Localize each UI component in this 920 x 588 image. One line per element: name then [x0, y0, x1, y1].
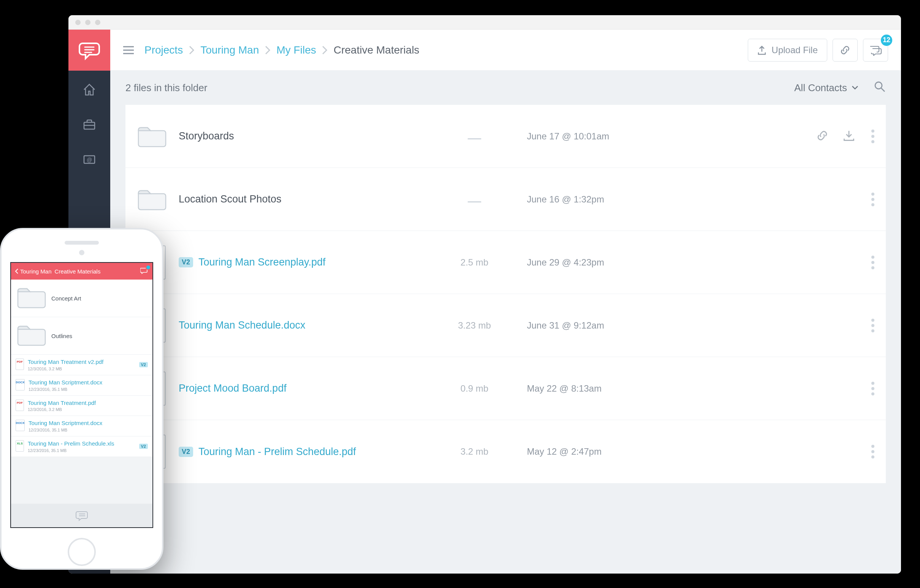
folder-summary: 2 files in this folder: [125, 82, 207, 94]
row-download-button[interactable]: [842, 129, 855, 144]
phone-row[interactable]: PDF Touring Man Treatment v2.pdf 12/3/20…: [11, 355, 152, 375]
phone-row[interactable]: PDF Touring Man Treatment.pdf 12/3/2016,…: [11, 396, 152, 416]
window-minimize-icon[interactable]: [85, 20, 91, 25]
phone-file-meta: 12/23/2016, 35.1 MB: [29, 428, 148, 432]
more-menu-button[interactable]: [869, 380, 877, 398]
filter-dropdown[interactable]: All Contacts: [794, 82, 858, 94]
folder-name: Location Scout Photos: [179, 193, 281, 205]
breadcrumb-link[interactable]: Touring Man: [200, 44, 259, 56]
file-actions: [674, 380, 877, 398]
file-row[interactable]: StoryboardsJune 17 @ 10:01am: [125, 105, 886, 168]
phone-back-label: Touring Man: [20, 268, 52, 275]
breadcrumb-link[interactable]: Projects: [144, 44, 183, 56]
phone-file-icon: PDF: [16, 359, 24, 370]
chat-button[interactable]: 12: [863, 39, 888, 61]
home-icon: [82, 82, 97, 97]
file-date: June 16 @ 1:32pm: [527, 194, 664, 205]
upload-icon: [757, 45, 766, 55]
phone-version-badge: V2: [139, 362, 148, 367]
phone-file-link[interactable]: Touring Man Treatment v2.pdf: [28, 359, 139, 366]
svg-line-11: [881, 88, 884, 92]
phone-file-meta: 12/23/2016, 35.1 MB: [28, 448, 139, 453]
breadcrumb-current: Creative Materials: [334, 44, 420, 56]
chat-bubble-icon[interactable]: [75, 510, 88, 521]
file-name-cell: V2Touring Man Screenplay.pdf: [179, 257, 422, 268]
more-menu-button[interactable]: [869, 443, 877, 461]
breadcrumb-link[interactable]: My Files: [276, 44, 316, 56]
file-link[interactable]: Project Mood Board.pdf: [179, 383, 287, 394]
file-name-cell: Storyboards: [179, 130, 422, 142]
file-name-cell: Location Scout Photos: [179, 193, 422, 205]
briefcase-icon: [82, 117, 97, 132]
sidebar-item-contacts[interactable]: @: [81, 151, 98, 168]
file-size: 3.23 mb: [432, 320, 516, 331]
file-date: June 29 @ 4:23pm: [527, 257, 664, 268]
file-actions: [674, 190, 877, 208]
file-link[interactable]: Touring Man Screenplay.pdf: [198, 257, 326, 268]
file-link[interactable]: Touring Man - Prelim Schedule.pdf: [198, 446, 356, 458]
phone-file-link[interactable]: Touring Man - Prelim Schedule.xls: [28, 440, 139, 447]
phone-file-link[interactable]: Touring Man Scriptment.docx: [29, 379, 148, 386]
window-zoom-icon[interactable]: [95, 20, 100, 25]
phone-folder-icon: [16, 284, 47, 312]
link-button[interactable]: [833, 39, 858, 61]
chevron-right-icon: [189, 45, 194, 55]
upload-button[interactable]: Upload File: [748, 39, 827, 61]
app-window: @ Projects Touring Man My File: [68, 15, 901, 573]
file-link[interactable]: Touring Man Schedule.docx: [179, 320, 305, 331]
phone-chat-button[interactable]: [140, 267, 149, 276]
file-name-cell: Project Mood Board.pdf: [179, 383, 422, 394]
chat-icon: [869, 44, 882, 56]
file-row[interactable]: PDF Project Mood Board.pdf0.9 mbMay 22 @…: [125, 357, 886, 420]
file-name-cell: V2Touring Man - Prelim Schedule.pdf: [179, 446, 422, 458]
hamburger-icon[interactable]: [123, 46, 134, 54]
phone-row[interactable]: Concept Art: [11, 279, 152, 317]
phone-row[interactable]: Outlines: [11, 317, 152, 355]
phone-row[interactable]: XLS Touring Man - Prelim Schedule.xls 12…: [11, 436, 152, 457]
file-size: 3.2 mb: [432, 446, 516, 457]
phone-row[interactable]: DOCX Touring Man Scriptment.docx 12/23/2…: [11, 375, 152, 396]
sidebar-item-home[interactable]: [81, 81, 98, 98]
search-icon: [874, 81, 886, 93]
phone-file-meta: 12/3/2016, 3.2 MB: [28, 367, 139, 371]
phone-footer: [11, 504, 152, 527]
phone-file-icon: DOCX: [16, 420, 25, 431]
phone-file-list: Concept Art Outlines PDF Touring Man Tre…: [11, 279, 152, 504]
folder-icon: [136, 186, 168, 213]
phone-version-badge: V2: [139, 444, 148, 449]
file-row[interactable]: Location Scout PhotosJune 16 @ 1:32pm: [125, 168, 886, 231]
breadcrumb: Projects Touring Man My Files Creative M…: [144, 44, 737, 56]
file-size: 2.5 mb: [432, 257, 516, 268]
phone-file-link[interactable]: Touring Man Treatment.pdf: [28, 400, 148, 407]
file-actions: [674, 317, 877, 334]
more-menu-button[interactable]: [869, 127, 877, 145]
brand-logo[interactable]: [68, 30, 110, 71]
file-date: May 12 @ 2:47pm: [527, 446, 664, 457]
more-menu-button[interactable]: [869, 254, 877, 271]
sidebar-item-briefcase[interactable]: [81, 116, 98, 133]
phone-row[interactable]: DOCX Touring Man Scriptment.docx 12/23/2…: [11, 416, 152, 436]
phone-home-button[interactable]: [68, 538, 96, 566]
more-menu-button[interactable]: [869, 317, 877, 334]
phone-back-button[interactable]: Touring Man: [15, 268, 52, 275]
link-icon: [839, 44, 851, 56]
address-card-icon: @: [82, 152, 97, 167]
chevron-left-icon: [15, 268, 19, 274]
filter-label: All Contacts: [794, 82, 847, 94]
file-row[interactable]: DOCX Touring Man Schedule.docx3.23 mbJun…: [125, 294, 886, 357]
row-link-button[interactable]: [816, 129, 829, 144]
more-menu-button[interactable]: [869, 190, 877, 208]
svg-point-10: [875, 82, 882, 89]
folder-icon: [136, 123, 168, 150]
file-row[interactable]: XLS V2Touring Man - Prelim Schedule.pdf3…: [125, 420, 886, 483]
phone-screen: Touring Man Creative Materials Concept A…: [10, 262, 153, 528]
chat-badge: 12: [881, 35, 892, 46]
phone-file-icon: PDF: [16, 400, 24, 411]
file-row[interactable]: PDF V2Touring Man Screenplay.pdf2.5 mbJu…: [125, 231, 886, 294]
file-list: StoryboardsJune 17 @ 10:01am Location Sc…: [110, 105, 901, 573]
folder-icon: [16, 322, 47, 348]
phone-file-link[interactable]: Touring Man Scriptment.docx: [29, 420, 148, 427]
list-toolbar: 2 files in this folder All Contacts: [110, 71, 901, 105]
window-close-icon[interactable]: [75, 20, 81, 25]
search-button[interactable]: [874, 81, 886, 95]
